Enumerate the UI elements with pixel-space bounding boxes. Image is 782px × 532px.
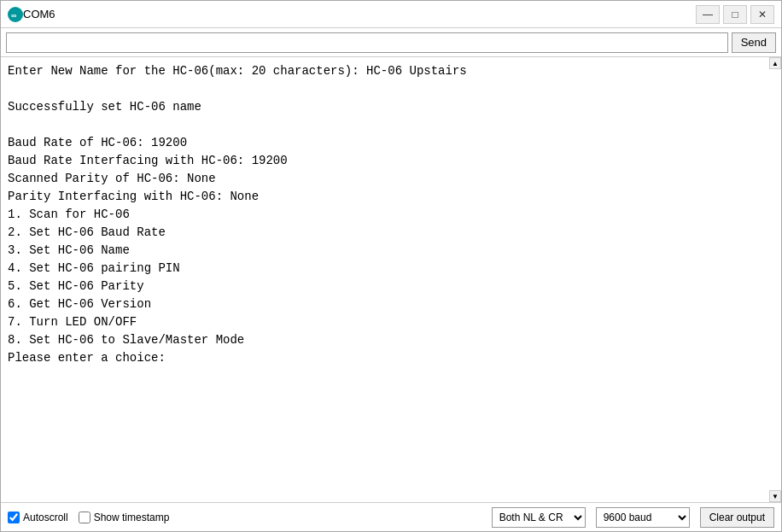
timestamp-group: Show timestamp <box>79 512 170 523</box>
baud-rate-dropdown[interactable]: 9600 baud <box>596 507 690 528</box>
autoscroll-checkbox[interactable] <box>8 512 20 523</box>
timestamp-checkbox[interactable] <box>79 512 90 523</box>
clear-output-button[interactable]: Clear output <box>700 507 774 528</box>
scrollbar-down-arrow[interactable]: ▼ <box>769 490 781 502</box>
app-icon: ∞ <box>8 7 23 22</box>
maximize-button[interactable]: □ <box>723 5 747 24</box>
minimize-button[interactable]: — <box>696 5 720 24</box>
window-title: COM6 <box>23 8 696 20</box>
output-area[interactable]: Enter New Name for the HC-06(max: 20 cha… <box>1 57 781 502</box>
status-bar: Autoscroll Show timestamp Both NL & CR 9… <box>1 502 781 531</box>
send-button[interactable]: Send <box>732 32 776 53</box>
output-text: Enter New Name for the HC-06(max: 20 cha… <box>8 62 774 367</box>
autoscroll-label[interactable]: Autoscroll <box>23 512 68 523</box>
toolbar: Send <box>1 28 781 57</box>
window-controls: — □ ✕ <box>696 5 774 24</box>
timestamp-label[interactable]: Show timestamp <box>94 512 170 523</box>
main-window: ∞ COM6 — □ ✕ Send Enter New Name for the… <box>0 0 782 532</box>
line-ending-dropdown[interactable]: Both NL & CR <box>492 507 586 528</box>
message-input[interactable] <box>6 32 728 53</box>
title-bar: ∞ COM6 — □ ✕ <box>1 1 781 28</box>
svg-text:∞: ∞ <box>11 11 17 20</box>
close-button[interactable]: ✕ <box>750 5 774 24</box>
scrollbar-up-arrow[interactable]: ▲ <box>769 57 781 69</box>
autoscroll-group: Autoscroll <box>8 512 68 523</box>
